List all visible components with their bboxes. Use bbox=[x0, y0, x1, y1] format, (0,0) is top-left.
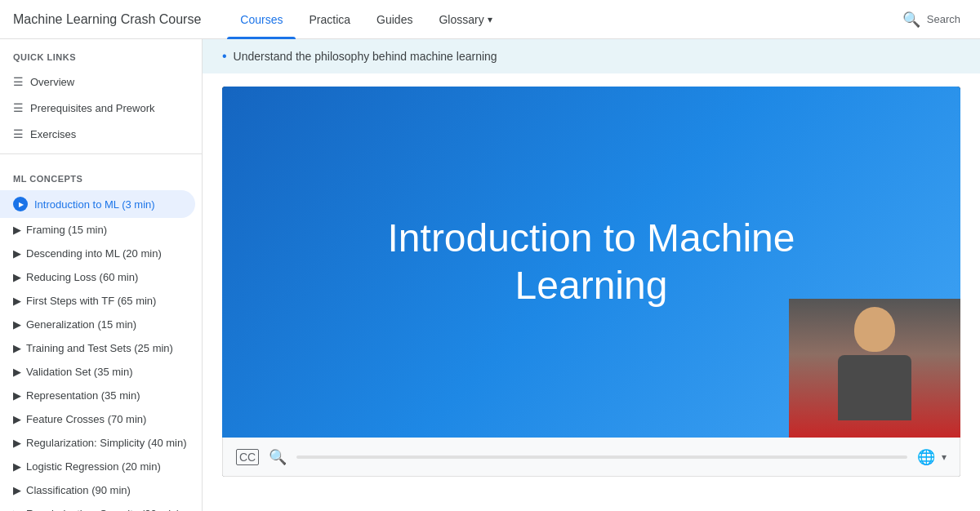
sidebar-item-regularization-simplicity[interactable]: ▶ Regularization: Simplicity (40 min) bbox=[0, 431, 202, 455]
presenter-thumbnail bbox=[789, 299, 960, 438]
video-container[interactable]: Introduction to Machine Learning bbox=[222, 87, 960, 438]
sidebar-item-prerequisites[interactable]: ☰ Prerequisites and Prework bbox=[0, 95, 202, 121]
content-banner: • Understand the philosophy behind machi… bbox=[203, 39, 980, 73]
bullet-icon: • bbox=[222, 49, 227, 64]
sidebar-item-classification[interactable]: ▶ Classification (90 min) bbox=[0, 478, 202, 502]
dropdown-arrow-icon[interactable]: ▾ bbox=[942, 451, 947, 463]
ctrl-icons: 🌐 ▾ bbox=[917, 448, 947, 466]
chevron-right-icon: ▶ bbox=[13, 224, 21, 236]
chevron-right-icon: ▶ bbox=[13, 366, 21, 378]
sidebar-item-training-test-sets[interactable]: ▶ Training and Test Sets (25 min) bbox=[0, 336, 202, 360]
nav-practica[interactable]: Practica bbox=[296, 0, 363, 39]
progress-bar[interactable] bbox=[296, 455, 907, 459]
cc-button[interactable]: CC bbox=[236, 448, 259, 465]
nav-guides[interactable]: Guides bbox=[363, 0, 425, 39]
chevron-right-icon: ▶ bbox=[13, 389, 21, 402]
sidebar-item-framing[interactable]: ▶ Framing (15 min) bbox=[0, 218, 202, 242]
chevron-right-icon: ▶ bbox=[13, 295, 21, 307]
sidebar-item-intro-ml[interactable]: Introduction to ML (3 min) bbox=[0, 190, 195, 218]
main-content: • Understand the philosophy behind machi… bbox=[203, 39, 980, 511]
sidebar-item-overview[interactable]: ☰ Overview bbox=[0, 69, 202, 95]
search-icon: 🔍 bbox=[902, 11, 920, 29]
nav-glossary[interactable]: Glossary ▾ bbox=[425, 0, 505, 39]
page-layout: Quick Links ☰ Overview ☰ Prerequisites a… bbox=[0, 39, 980, 511]
sidebar-item-representation[interactable]: ▶ Representation (35 min) bbox=[0, 384, 202, 407]
sidebar-item-logistic-regression[interactable]: ▶ Logistic Regression (20 min) bbox=[0, 455, 202, 478]
search-button[interactable]: 🔍 Search bbox=[896, 11, 967, 29]
list-icon: ☰ bbox=[13, 127, 24, 140]
person-body bbox=[838, 355, 911, 420]
chevron-right-icon: ▶ bbox=[13, 318, 21, 331]
sidebar-item-first-steps-tf[interactable]: ▶ First Steps with TF (65 min) bbox=[0, 289, 202, 313]
cc-icon: CC bbox=[236, 449, 259, 465]
video-title: Introduction to Machine Learning bbox=[355, 215, 828, 309]
chevron-right-icon: ▶ bbox=[13, 437, 21, 449]
play-icon bbox=[13, 197, 28, 211]
chevron-right-icon: ▶ bbox=[13, 342, 21, 354]
sidebar-item-regularization-sparsity[interactable]: ▶ Regularization: Sparsity (20 min) bbox=[0, 502, 202, 511]
chevron-right-icon: ▶ bbox=[13, 508, 21, 511]
search-icon: 🔍 bbox=[269, 449, 287, 465]
person-silhouette bbox=[838, 307, 911, 420]
sidebar-item-feature-crosses[interactable]: ▶ Feature Crosses (70 min) bbox=[0, 407, 202, 431]
nav-links: Courses Practica Guides Glossary ▾ bbox=[227, 0, 895, 39]
sidebar-item-exercises[interactable]: ☰ Exercises bbox=[0, 121, 202, 147]
search-video-button[interactable]: 🔍 bbox=[269, 448, 287, 466]
ml-concepts-title: ML Concepts bbox=[0, 161, 202, 190]
video-controls: CC 🔍 🌐 ▾ bbox=[222, 438, 960, 477]
sidebar-item-descending-ml[interactable]: ▶ Descending into ML (20 min) bbox=[0, 242, 202, 265]
person-head bbox=[854, 307, 895, 352]
chevron-right-icon: ▶ bbox=[13, 413, 21, 425]
nav-courses[interactable]: Courses bbox=[227, 0, 296, 39]
chevron-right-icon: ▶ bbox=[13, 460, 21, 473]
sidebar: Quick Links ☰ Overview ☰ Prerequisites a… bbox=[0, 39, 203, 511]
globe-icon[interactable]: 🌐 bbox=[917, 448, 935, 466]
chevron-down-icon: ▾ bbox=[488, 14, 492, 25]
sidebar-item-reducing-loss[interactable]: ▶ Reducing Loss (60 min) bbox=[0, 265, 202, 289]
presenter-photo bbox=[789, 299, 960, 438]
chevron-right-icon: ▶ bbox=[13, 484, 21, 496]
list-icon: ☰ bbox=[13, 101, 24, 114]
quick-links-title: Quick Links bbox=[0, 39, 202, 69]
top-nav: Machine Learning Crash Course Courses Pr… bbox=[0, 0, 980, 39]
site-title: Machine Learning Crash Course bbox=[13, 12, 201, 27]
sidebar-item-validation-set[interactable]: ▶ Validation Set (35 min) bbox=[0, 360, 202, 384]
chevron-right-icon: ▶ bbox=[13, 247, 21, 260]
video-wrapper: Introduction to Machine Learning C bbox=[222, 87, 960, 477]
sidebar-item-generalization[interactable]: ▶ Generalization (15 min) bbox=[0, 313, 202, 336]
chevron-right-icon: ▶ bbox=[13, 271, 21, 283]
sidebar-divider bbox=[0, 153, 202, 154]
list-icon: ☰ bbox=[13, 75, 24, 88]
